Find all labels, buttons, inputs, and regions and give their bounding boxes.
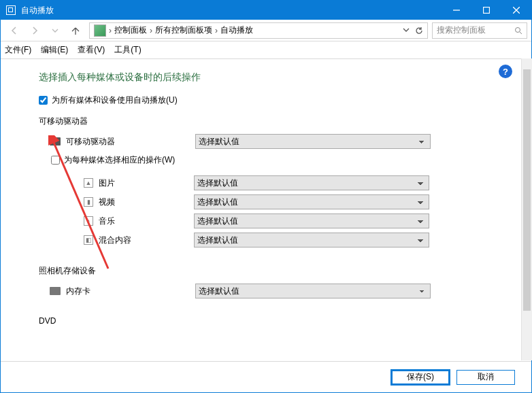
up-button[interactable]	[66, 21, 85, 40]
pictures-icon: ▲	[84, 178, 93, 188]
use-autoplay-all-label: 为所有媒体和设备使用自动播放(U)	[52, 95, 178, 106]
media-mixed-label: 混合内容	[99, 235, 194, 246]
use-autoplay-all-checkbox[interactable]	[39, 96, 48, 105]
chevron-down-icon[interactable]	[403, 27, 410, 33]
svg-point-4	[516, 27, 520, 32]
music-select[interactable]: 选择默认值	[194, 213, 429, 228]
menu-tools[interactable]: 工具(T)	[114, 44, 141, 56]
page-title: 选择插入每种媒体或设备时的后续操作	[39, 71, 518, 84]
music-icon: ♪	[84, 216, 93, 226]
section-dvd: DVD	[39, 316, 518, 326]
drive-icon	[50, 137, 61, 146]
svg-line-5	[520, 32, 522, 34]
scroll-thumb[interactable]	[523, 69, 531, 311]
control-panel-icon	[94, 24, 106, 37]
maximize-button[interactable]	[471, 1, 501, 20]
memory-card-icon	[50, 287, 61, 295]
recent-button[interactable]	[46, 21, 65, 40]
refresh-icon[interactable]	[415, 27, 423, 35]
search-placeholder: 搜索控制面板	[437, 24, 514, 36]
memory-card-row: 内存卡 选择默认值	[39, 284, 518, 298]
scrollbar[interactable]	[521, 58, 532, 360]
mixed-select[interactable]: 选择默认值	[194, 233, 429, 247]
media-music-label: 音乐	[99, 216, 194, 227]
memory-card-label: 内存卡	[66, 286, 195, 297]
breadcrumb-seg2[interactable]: 所有控制面板项	[152, 24, 215, 36]
use-autoplay-all-row: 为所有媒体和设备使用自动播放(U)	[39, 95, 518, 106]
menu-edit[interactable]: 编辑(E)	[41, 44, 68, 56]
removable-drive-select[interactable]: 选择默认值	[195, 134, 431, 149]
back-button[interactable]	[5, 21, 24, 40]
section-removable: 可移动驱动器	[39, 116, 518, 127]
forward-button[interactable]	[25, 21, 44, 40]
removable-drive-row: 可移动驱动器 选择默认值	[39, 134, 518, 149]
titlebar: 自动播放	[1, 1, 531, 20]
minimize-button[interactable]	[442, 1, 471, 20]
breadcrumb-seg3[interactable]: 自动播放	[218, 24, 256, 36]
search-input[interactable]: 搜索控制面板	[432, 22, 527, 39]
videos-select[interactable]: 选择默认值	[194, 194, 429, 209]
media-videos-label: 视频	[99, 196, 194, 208]
removable-drive-label: 可移动驱动器	[66, 136, 195, 148]
menu-view[interactable]: 查看(V)	[78, 44, 105, 56]
window-title: 自动播放	[21, 5, 442, 16]
choose-per-media-row: 为每种媒体选择相应的操作(W)	[51, 154, 518, 166]
svg-rect-1	[484, 7, 490, 14]
app-icon	[6, 5, 16, 15]
media-videos-row: ▮ 视频 选择默认值	[39, 194, 518, 209]
media-music-row: ♪ 音乐 选择默认值	[39, 213, 518, 228]
media-mixed-row: ◧ 混合内容 选择默认值	[39, 233, 518, 247]
videos-icon: ▮	[84, 197, 93, 207]
media-pictures-label: 图片	[99, 177, 194, 189]
choose-per-media-checkbox[interactable]	[51, 156, 60, 165]
breadcrumb-seg1[interactable]: 控制面板	[112, 24, 150, 36]
media-pictures-row: ▲ 图片 选择默认值	[39, 175, 518, 190]
breadcrumb[interactable]: › 控制面板 › 所有控制面板项 › 自动播放	[89, 22, 428, 39]
close-button[interactable]	[501, 1, 531, 20]
save-button[interactable]: 保存(S)	[391, 370, 450, 385]
content-area: ? 选择插入每种媒体或设备时的后续操作 为所有媒体和设备使用自动播放(U) 可移…	[1, 59, 531, 361]
mixed-icon: ◧	[84, 235, 93, 245]
footer: 保存(S) 取消	[1, 361, 531, 392]
cancel-button[interactable]: 取消	[456, 370, 515, 385]
menubar: 文件(F) 编辑(E) 查看(V) 工具(T)	[1, 41, 531, 59]
choose-per-media-label: 为每种媒体选择相应的操作(W)	[64, 154, 175, 166]
search-icon	[514, 27, 522, 35]
section-camera: 照相机存储设备	[39, 265, 518, 277]
help-icon[interactable]: ?	[499, 65, 512, 78]
address-bar: › 控制面板 › 所有控制面板项 › 自动播放 搜索控制面板	[1, 20, 531, 41]
pictures-select[interactable]: 选择默认值	[194, 175, 429, 190]
menu-file[interactable]: 文件(F)	[5, 44, 31, 56]
address-actions[interactable]	[400, 27, 426, 35]
memory-card-select[interactable]: 选择默认值	[195, 284, 431, 298]
